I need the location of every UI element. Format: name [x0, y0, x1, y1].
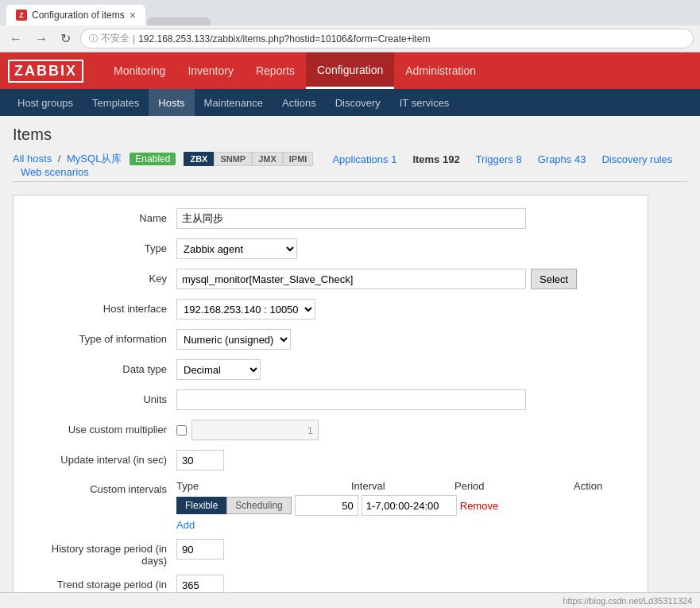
subnav-hosts[interactable]: Hosts — [149, 89, 194, 116]
name-input[interactable] — [176, 208, 526, 229]
subnav-actions[interactable]: Actions — [273, 89, 326, 116]
key-select-button[interactable]: Select — [531, 269, 577, 289]
update-interval-input[interactable] — [176, 450, 224, 471]
inactive-tab[interactable] — [147, 17, 211, 25]
tab-close-btn[interactable]: × — [130, 9, 136, 21]
breadcrumb-allhosts[interactable]: All hosts — [13, 153, 52, 165]
security-label: 不安全 — [101, 32, 130, 45]
security-icon: ⓘ — [89, 33, 98, 45]
scheduling-btn[interactable]: Scheduling — [226, 497, 291, 514]
host-interface-select[interactable]: 192.168.253.140 : 10050 — [176, 299, 315, 319]
multiplier-control — [176, 420, 632, 440]
tab-applications[interactable]: Applications 1 — [324, 153, 404, 165]
nav-monitoring[interactable]: Monitoring — [102, 52, 176, 89]
subnav-templates[interactable]: Templates — [83, 89, 149, 116]
type-label: Type — [29, 238, 176, 254]
reload-button[interactable]: ↻ — [57, 29, 74, 48]
name-control — [176, 208, 632, 229]
back-button[interactable]: ← — [6, 30, 25, 48]
tabs-row: All hosts / MySQL从库 Enabled ZBX SNMP JMX… — [13, 152, 687, 182]
update-interval-label: Update interval (in sec) — [29, 450, 176, 466]
host-interface-control: 192.168.253.140 : 10050 — [176, 299, 632, 319]
protocol-jmx[interactable]: JMX — [252, 152, 283, 166]
update-interval-control — [176, 450, 632, 471]
interval-type-btns: Flexible Scheduling — [176, 497, 292, 514]
page-content: Items All hosts / MySQL从库 Enabled ZBX SN… — [0, 116, 700, 608]
custom-intervals-label: Custom intervals — [29, 480, 176, 495]
address-text: 192.168.253.133/zabbix/items.php?hostid=… — [138, 33, 430, 45]
units-input[interactable] — [176, 389, 526, 410]
custom-intervals-row: Custom intervals Type Interval Period Ac… — [29, 480, 632, 531]
tab-web-scenarios[interactable]: Web scenarios — [13, 166, 97, 178]
key-label: Key — [29, 269, 176, 285]
subnav-maintenance[interactable]: Maintenance — [195, 89, 273, 116]
browser-chrome: Z Configuration of items × — [0, 0, 700, 25]
app-header: ZABBIX Monitoring Inventory Reports Conf… — [0, 52, 700, 89]
type-of-info-select[interactable]: Numeric (unsigned) Numeric (float) Chara… — [176, 329, 291, 350]
data-type-label: Data type — [29, 359, 176, 375]
col-action: Action — [574, 480, 637, 492]
type-select[interactable]: Zabbix agent Zabbix agent (active) Simpl… — [176, 238, 297, 259]
address-bar[interactable]: ⓘ 不安全 | 192.168.253.133/zabbix/items.php… — [80, 29, 694, 48]
nav-configuration[interactable]: Configuration — [306, 52, 394, 89]
col-period: Period — [454, 480, 574, 492]
update-interval-row: Update interval (in sec) — [29, 450, 632, 472]
nav-inventory[interactable]: Inventory — [176, 52, 245, 89]
history-control — [176, 539, 632, 560]
subnav-discovery[interactable]: Discovery — [326, 89, 390, 116]
type-of-info-row: Type of information Numeric (unsigned) N… — [29, 329, 632, 351]
breadcrumb-sep: / — [58, 153, 61, 165]
subnav-hostgroups[interactable]: Host groups — [8, 89, 83, 116]
forward-button[interactable]: → — [32, 30, 51, 48]
tab-graphs[interactable]: Graphs 43 — [530, 153, 594, 165]
multiplier-input[interactable] — [191, 420, 319, 440]
nav-administration[interactable]: Administration — [394, 52, 487, 89]
item-form: Name Type Zabbix agent Zabbix agent (act… — [13, 195, 648, 608]
tab-triggers[interactable]: Triggers 8 — [468, 153, 530, 165]
flexible-btn[interactable]: Flexible — [176, 497, 226, 514]
tab-title: Configuration of items — [32, 10, 125, 21]
subnav-itservices[interactable]: IT services — [390, 89, 459, 116]
protocol-badges: ZBX SNMP JMX IPMI — [184, 152, 313, 166]
name-row: Name — [29, 208, 632, 230]
tab-discovery-rules[interactable]: Discovery rules — [594, 153, 680, 165]
history-input[interactable] — [176, 539, 224, 560]
custom-intervals-control: Type Interval Period Action Flexible Sch… — [176, 480, 637, 531]
units-control — [176, 389, 632, 410]
key-input[interactable] — [176, 269, 526, 289]
key-control: Select — [176, 269, 632, 289]
units-label: Units — [29, 389, 176, 405]
status-bar: https://blog.csdn.net/Ld35311324 — [0, 592, 700, 608]
type-of-info-control: Numeric (unsigned) Numeric (float) Chara… — [176, 329, 632, 350]
breadcrumb-host[interactable]: MySQL从库 — [67, 153, 122, 165]
data-type-select[interactable]: Decimal Octal Hexadecimal Boolean — [176, 359, 261, 380]
page-title: Items — [13, 126, 687, 144]
col-interval: Interval — [351, 480, 454, 492]
active-tab: Z Configuration of items × — [6, 5, 145, 25]
host-interface-label: Host interface — [29, 299, 176, 315]
multiplier-label: Use custom multiplier — [29, 420, 176, 436]
tab-items[interactable]: Items 192 — [404, 153, 467, 165]
zabbix-logo: ZABBIX — [8, 60, 83, 83]
interval-value-input[interactable] — [295, 495, 358, 516]
protocol-snmp[interactable]: SNMP — [214, 152, 252, 166]
status-url: https://blog.csdn.net/Ld35311324 — [563, 596, 692, 606]
intervals-header-row: Type Interval Period Action — [176, 480, 637, 492]
breadcrumb: All hosts / MySQL从库 — [13, 152, 122, 166]
host-interface-row: Host interface 192.168.253.140 : 10050 — [29, 299, 632, 321]
type-control: Zabbix agent Zabbix agent (active) Simpl… — [176, 238, 632, 259]
period-value-input[interactable] — [362, 495, 457, 516]
sub-nav: Host groups Templates Hosts Maintenance … — [0, 89, 700, 116]
key-row: Key Select — [29, 269, 632, 291]
data-type-row: Data type Decimal Octal Hexadecimal Bool… — [29, 359, 632, 381]
add-interval-btn[interactable]: Add — [176, 519, 195, 531]
history-label: History storage period (in days) — [29, 539, 176, 567]
protocol-zbx[interactable]: ZBX — [184, 152, 214, 166]
protocol-ipmi[interactable]: IPMI — [283, 152, 314, 166]
multiplier-row: Use custom multiplier — [29, 420, 632, 442]
interval-row-1: Flexible Scheduling Remove — [176, 495, 498, 516]
remove-btn[interactable]: Remove — [460, 500, 498, 512]
multiplier-checkbox[interactable] — [176, 425, 187, 436]
data-type-control: Decimal Octal Hexadecimal Boolean — [176, 359, 632, 380]
nav-reports[interactable]: Reports — [245, 52, 306, 89]
